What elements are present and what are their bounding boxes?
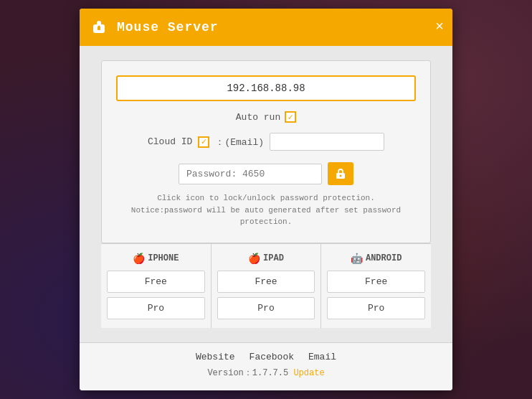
platform-free-iphone[interactable]: Free [107, 271, 205, 293]
facebook-link[interactable]: Facebook [250, 352, 294, 362]
close-button[interactable]: × [435, 20, 444, 34]
cloud-id-row: Cloud ID ：(Email) [116, 133, 416, 151]
window-title: Mouse Server [117, 20, 435, 34]
footer-links: Website Facebook Email [80, 352, 452, 362]
platform-icon-iphone: 🍎 [133, 253, 145, 265]
titlebar: Mouse Server × [80, 9, 452, 46]
footer: Website Facebook Email Version：1.7.7.5 U… [80, 342, 452, 390]
email-input[interactable] [270, 133, 384, 151]
hint-line2: Notice:password will be auto generated a… [116, 205, 416, 228]
platform-pro-android[interactable]: Pro [327, 297, 425, 319]
cloud-id-checkbox[interactable] [198, 136, 209, 148]
password-input[interactable] [179, 164, 322, 184]
svg-point-3 [98, 26, 100, 28]
password-row [116, 162, 416, 185]
autorun-row: Auto run [116, 111, 416, 123]
platform-col-ipad: 🍎 IPAD Free Pro [212, 244, 322, 328]
cloud-id-label: Cloud ID [148, 136, 192, 147]
hint-line1: Click icon to lock/unlock password prote… [116, 192, 416, 205]
autorun-checkbox[interactable] [285, 111, 296, 123]
platform-free-ipad[interactable]: Free [217, 271, 315, 293]
autorun-label: Auto run [236, 112, 280, 123]
platform-icon-android: 🤖 [351, 253, 363, 265]
hint-text: Click icon to lock/unlock password prote… [116, 192, 416, 228]
main-content: Auto run Cloud ID ：(Email) [80, 46, 452, 342]
platform-icon-ipad: 🍎 [248, 253, 260, 265]
update-link[interactable]: Update [293, 368, 324, 378]
platform-name-ipad: 🍎 IPAD [217, 253, 315, 265]
app-icon [88, 17, 110, 38]
svg-rect-1 [97, 21, 101, 26]
lock-button[interactable] [328, 162, 353, 185]
platform-free-android[interactable]: Free [327, 271, 425, 293]
version-label: Version：1.7.7.5 [207, 368, 288, 378]
svg-point-5 [340, 175, 342, 177]
platform-pro-iphone[interactable]: Pro [107, 297, 205, 319]
platforms-section: 🍎 IPHONE Free Pro 🍎 IPAD Free Pro 🤖 ANDR… [101, 243, 431, 328]
ip-row [116, 75, 416, 101]
website-link[interactable]: Website [196, 352, 235, 362]
version-row: Version：1.7.7.5 Update [80, 367, 452, 379]
platform-col-iphone: 🍎 IPHONE Free Pro [101, 244, 212, 328]
settings-form: Auto run Cloud ID ：(Email) [101, 60, 431, 243]
platform-name-iphone: 🍎 IPHONE [107, 253, 205, 265]
platform-pro-ipad[interactable]: Pro [217, 297, 315, 319]
platform-name-android: 🤖 ANDROID [327, 253, 425, 265]
email-label: ：(Email) [215, 136, 264, 149]
email-link[interactable]: Email [308, 352, 336, 362]
ip-input[interactable] [116, 75, 416, 101]
main-window: Mouse Server × Auto run Cloud ID ：(Email… [80, 9, 452, 390]
platform-col-android: 🤖 ANDROID Free Pro [321, 244, 431, 328]
